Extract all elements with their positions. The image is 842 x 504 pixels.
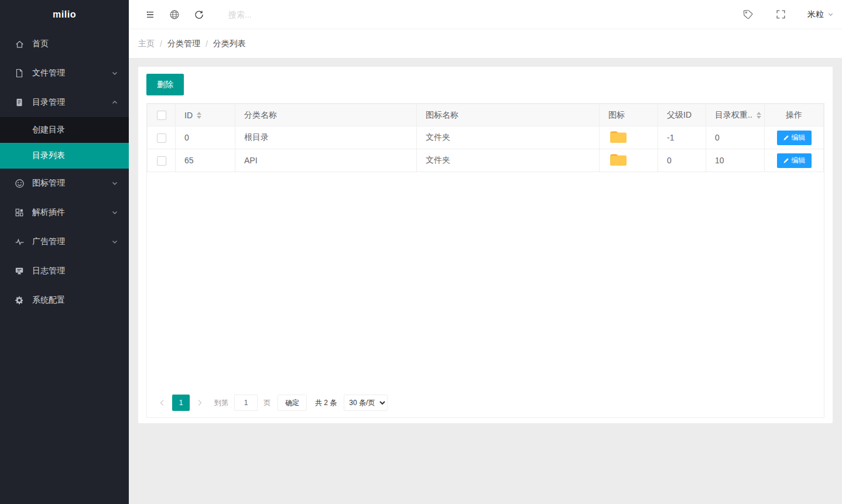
delete-button[interactable]: 删除 bbox=[146, 74, 184, 95]
sidebar-item-label: 首页 bbox=[32, 39, 49, 49]
sidebar-item-system-settings[interactable]: 系统配置 bbox=[0, 286, 129, 315]
table-header-row: ID 分类名称 图标名称 图标 父级ID 目录 bbox=[148, 104, 824, 126]
chevron-down-icon bbox=[111, 180, 118, 187]
sort-icon[interactable] bbox=[197, 109, 201, 121]
data-table-container: ID 分类名称 图标名称 图标 父级ID 目录 bbox=[146, 103, 824, 418]
cell-parent-id: 0 bbox=[658, 149, 706, 172]
sidebar-item-label: 解析插件 bbox=[32, 207, 65, 218]
sidebar-item-file-management[interactable]: 文件管理 bbox=[0, 59, 129, 88]
chevron-down-icon bbox=[111, 238, 118, 245]
breadcrumb-category-management[interactable]: 分类管理 bbox=[167, 39, 200, 49]
sidebar-item-label: 图标管理 bbox=[32, 178, 65, 188]
topbar-right: 米粒 bbox=[742, 9, 842, 20]
folder-icon bbox=[608, 129, 628, 146]
pencil-icon bbox=[783, 135, 789, 141]
breadcrumb-separator: / bbox=[160, 39, 162, 49]
column-header-icon-name: 图标名称 bbox=[417, 104, 600, 126]
total-count-label: 共 2 条 bbox=[315, 398, 337, 408]
cell-category-name: API bbox=[235, 149, 417, 172]
cell-id: 0 bbox=[176, 126, 235, 149]
collapse-sidebar-icon[interactable] bbox=[144, 9, 156, 20]
user-menu[interactable]: 米粒 bbox=[807, 9, 834, 20]
chevron-down-icon bbox=[111, 209, 118, 216]
column-header-icon: 图标 bbox=[600, 104, 658, 126]
directory-submenu: 创建目录 目录列表 bbox=[0, 117, 129, 169]
table-row: 0 根目录 文件夹 -1 0 bbox=[148, 126, 824, 149]
content-area: 删除 ID bbox=[129, 59, 842, 504]
prev-page-button[interactable] bbox=[156, 395, 169, 411]
monitor-icon bbox=[14, 266, 25, 276]
top-bar: 米粒 bbox=[129, 0, 842, 29]
search-input[interactable] bbox=[228, 10, 404, 19]
page-size-select[interactable]: 30 条/页 bbox=[344, 395, 388, 411]
breadcrumb-separator: / bbox=[206, 39, 208, 49]
sidebar-item-parser-plugins[interactable]: 解析插件 bbox=[0, 198, 129, 227]
sidebar-item-label: 系统配置 bbox=[32, 295, 65, 306]
chevron-up-icon bbox=[111, 99, 118, 106]
cell-icon-name: 文件夹 bbox=[417, 126, 600, 149]
sidebar-item-label: 文件管理 bbox=[32, 68, 65, 78]
pulse-icon bbox=[14, 236, 25, 247]
row-checkbox[interactable] bbox=[157, 156, 166, 166]
chevron-down-icon bbox=[827, 11, 834, 18]
next-page-button[interactable] bbox=[193, 395, 206, 411]
page-unit-label: 页 bbox=[263, 398, 271, 408]
current-page-button[interactable]: 1 bbox=[172, 395, 190, 411]
sidebar-item-label: 目录管理 bbox=[32, 97, 65, 108]
table-row: 65 API 文件夹 0 10 bbox=[148, 149, 824, 172]
sidebar-item-log-management[interactable]: 日志管理 bbox=[0, 256, 129, 286]
sidebar-item-directory-management[interactable]: 目录管理 bbox=[0, 88, 129, 117]
select-all-checkbox[interactable] bbox=[157, 111, 166, 120]
main-card: 删除 ID bbox=[138, 67, 833, 423]
column-header-parent-id: 父级ID bbox=[658, 104, 706, 126]
folder-icon bbox=[608, 152, 628, 169]
sort-icon[interactable] bbox=[757, 109, 761, 121]
sidebar-item-icon-management[interactable]: 图标管理 bbox=[0, 169, 129, 198]
cell-parent-id: -1 bbox=[658, 126, 706, 149]
sidebar: milio 首页 文件管理 目录管 bbox=[0, 0, 129, 504]
app-logo: milio bbox=[0, 0, 129, 29]
row-checkbox[interactable] bbox=[157, 133, 166, 143]
gear-icon bbox=[14, 295, 25, 306]
column-header-weight[interactable]: 目录权重.. bbox=[706, 104, 765, 126]
column-header-id[interactable]: ID bbox=[176, 104, 235, 126]
goto-page-input[interactable] bbox=[234, 395, 258, 411]
cell-weight: 0 bbox=[706, 126, 765, 149]
sidebar-subitem-directory-list[interactable]: 目录列表 bbox=[0, 143, 129, 169]
goto-page-label: 到第 bbox=[214, 398, 228, 408]
file-icon bbox=[14, 68, 25, 78]
refresh-icon[interactable] bbox=[193, 9, 205, 20]
blocks-icon bbox=[14, 207, 25, 218]
column-header-category-name: 分类名称 bbox=[235, 104, 417, 126]
table-empty-space bbox=[147, 172, 824, 388]
column-header-action: 操作 bbox=[765, 104, 824, 126]
sidebar-subitem-create-directory[interactable]: 创建目录 bbox=[0, 117, 129, 143]
sidebar-item-home[interactable]: 首页 bbox=[0, 29, 129, 59]
cell-icon-name: 文件夹 bbox=[417, 149, 600, 172]
document-icon bbox=[14, 97, 25, 108]
edit-button[interactable]: 编辑 bbox=[777, 131, 812, 145]
cell-category-name: 根目录 bbox=[235, 126, 417, 149]
main-column: 米粒 主页 / 分类管理 / 分类列表 删除 bbox=[129, 0, 842, 504]
sidebar-item-label: 日志管理 bbox=[32, 266, 65, 276]
sidebar-item-label: 广告管理 bbox=[32, 236, 65, 247]
category-table: ID 分类名称 图标名称 图标 父级ID 目录 bbox=[147, 104, 824, 172]
breadcrumb-home[interactable]: 主页 bbox=[138, 39, 155, 49]
app-window: milio 首页 文件管理 目录管 bbox=[0, 0, 842, 504]
breadcrumb: 主页 / 分类管理 / 分类列表 bbox=[129, 29, 842, 59]
confirm-page-button[interactable]: 确定 bbox=[278, 395, 307, 411]
smiley-icon bbox=[14, 178, 25, 188]
user-name: 米粒 bbox=[807, 9, 824, 20]
sidebar-subitem-label: 创建目录 bbox=[32, 125, 65, 135]
sidebar-subitem-label: 目录列表 bbox=[32, 150, 65, 161]
globe-icon[interactable] bbox=[169, 9, 180, 20]
edit-button[interactable]: 编辑 bbox=[777, 153, 812, 168]
fullscreen-icon[interactable] bbox=[775, 9, 786, 19]
breadcrumb-category-list: 分类列表 bbox=[213, 39, 246, 49]
cell-id: 65 bbox=[176, 149, 235, 172]
chevron-down-icon bbox=[111, 70, 118, 77]
tag-icon[interactable] bbox=[742, 9, 754, 20]
sidebar-item-ad-management[interactable]: 广告管理 bbox=[0, 227, 129, 256]
pagination: 1 到第 页 确定 共 2 条 30 条/页 bbox=[147, 388, 824, 417]
sidebar-menu: 首页 文件管理 目录管理 bbox=[0, 29, 129, 504]
